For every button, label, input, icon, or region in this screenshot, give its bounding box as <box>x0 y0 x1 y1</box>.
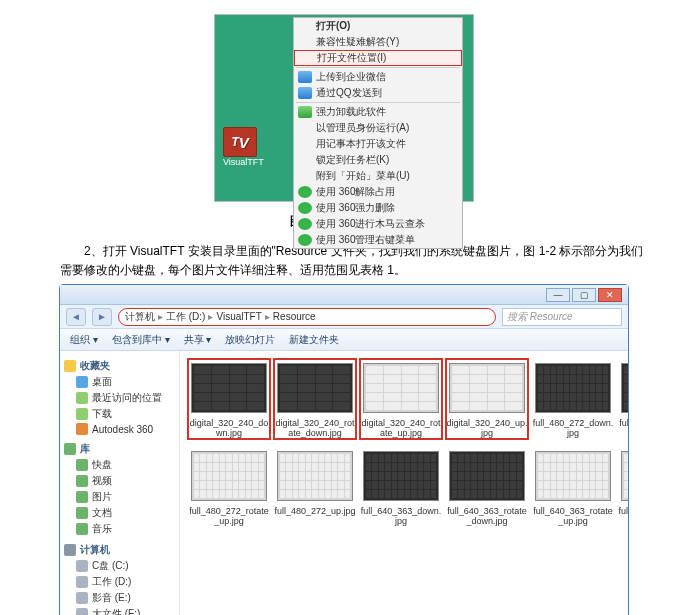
cmd-item[interactable]: 包含到库中 ▾ <box>112 333 170 347</box>
figure-2: — ▢ ✕ ◄ ► 计算机▸工作 (D:)▸VisualTFT▸Resource… <box>10 284 678 615</box>
file-name: full_480_272_down.jpg <box>532 419 614 439</box>
cmd-item[interactable]: 放映幻灯片 <box>225 333 275 347</box>
file-name: digital_320_240_rotate_down.jpg <box>274 419 356 439</box>
menu-item[interactable]: 使用 360进行木马云查杀 <box>294 216 462 232</box>
menu-item[interactable]: 附到「开始」菜单(U) <box>294 168 462 184</box>
menu-item[interactable]: 通过QQ发送到 <box>294 85 462 101</box>
nav-item[interactable]: 大文件 (F:) <box>62 606 177 615</box>
menu-item[interactable]: 锁定到任务栏(K) <box>294 152 462 168</box>
menu-item[interactable]: 兼容性疑难解答(Y) <box>294 34 462 50</box>
file-name: full_640_363_rotate_up.jpg <box>532 507 614 527</box>
items-pane: digital_320_240_down.jpgdigital_320_240_… <box>180 351 628 615</box>
file-thumbnail[interactable]: full_480_272_up.jpg <box>274 447 356 527</box>
title-bar: — ▢ ✕ <box>60 285 628 305</box>
file-name: digital_320_240_up.jpg <box>446 419 528 439</box>
address-bar: ◄ ► 计算机▸工作 (D:)▸VisualTFT▸Resource 搜索 Re… <box>60 305 628 329</box>
context-menu: 打开(O)兼容性疑难解答(Y)打开文件位置(I)上传到企业微信通过QQ发送到强力… <box>293 17 463 249</box>
nav-group[interactable]: 收藏夹 <box>62 358 177 374</box>
navigation-pane: 收藏夹桌面最近访问的位置下载Autodesk 360库快盘视频图片文档音乐计算机… <box>60 351 180 615</box>
menu-item[interactable]: 打开(O) <box>294 18 462 34</box>
file-name: digital_320_240_down.jpg <box>188 419 270 439</box>
file-thumbnail[interactable]: full_480_272_rotate_up.jpg <box>188 447 270 527</box>
file-thumbnail[interactable]: full_640_363_rotate_down.jpg <box>446 447 528 527</box>
figure-1: TV VisualTFT 打开(O)兼容性疑难解答(Y)打开文件位置(I)上传到… <box>10 14 678 205</box>
file-name: full_640_363_rotate_down.jpg <box>446 507 528 527</box>
menu-item[interactable]: 使用 360解除占用 <box>294 184 462 200</box>
files-row-2: full_480_272_rotate_up.jpgfull_480_272_u… <box>188 447 628 527</box>
nav-item[interactable]: C盘 (C:) <box>62 558 177 574</box>
file-thumbnail[interactable]: full_480_272_down.jpg <box>532 359 614 439</box>
crumb[interactable]: VisualTFT <box>216 311 261 322</box>
close-button[interactable]: ✕ <box>598 288 622 302</box>
nav-group[interactable]: 库 <box>62 441 177 457</box>
desktop-shortcut: TV VisualTFT <box>223 127 259 171</box>
file-name: full_480_272_rotate_down.jpg <box>618 419 628 439</box>
command-bar: 组织 ▾包含到库中 ▾共享 ▾放映幻灯片新建文件夹 <box>60 329 628 351</box>
nav-item[interactable]: Autodesk 360 <box>62 422 177 436</box>
cmd-item[interactable]: 共享 ▾ <box>184 333 212 347</box>
file-thumbnail[interactable]: full_640_363_rotate_up.jpg <box>532 447 614 527</box>
file-thumbnail[interactable]: digital_320_240_rotate_down.jpg <box>274 359 356 439</box>
menu-item[interactable]: 强力卸载此软件 <box>294 104 462 120</box>
minimize-button[interactable]: — <box>546 288 570 302</box>
explorer-window: — ▢ ✕ ◄ ► 计算机▸工作 (D:)▸VisualTFT▸Resource… <box>59 284 629 615</box>
menu-item[interactable]: 打开文件位置(I) <box>294 50 462 66</box>
nav-item[interactable]: 图片 <box>62 489 177 505</box>
maximize-button[interactable]: ▢ <box>572 288 596 302</box>
nav-item[interactable]: 影音 (E:) <box>62 590 177 606</box>
visualtft-icon: TV <box>223 127 257 157</box>
menu-item[interactable]: 以管理员身份运行(A) <box>294 120 462 136</box>
file-thumbnail[interactable]: digital_320_240_up.jpg <box>446 359 528 439</box>
nav-item[interactable]: 下载 <box>62 406 177 422</box>
desktop-shortcut-label: VisualTFT <box>223 157 264 167</box>
context-menu-screenshot: TV VisualTFT 打开(O)兼容性疑难解答(Y)打开文件位置(I)上传到… <box>214 14 474 202</box>
nav-item[interactable]: 最近访问的位置 <box>62 390 177 406</box>
nav-item[interactable]: 快盘 <box>62 457 177 473</box>
file-thumbnail[interactable]: digital_320_240_rotate_up.jpg <box>360 359 442 439</box>
menu-item[interactable]: 使用 360管理右键菜单 <box>294 232 462 248</box>
crumb[interactable]: 计算机 <box>125 310 155 324</box>
nav-item[interactable]: 音乐 <box>62 521 177 537</box>
menu-item[interactable]: 用记事本打开该文件 <box>294 136 462 152</box>
file-name: full_480_272_up.jpg <box>274 507 356 527</box>
file-thumbnail[interactable]: digital_320_240_down.jpg <box>188 359 270 439</box>
file-name: full_640_363_down.jpg <box>360 507 442 527</box>
files-row-1: digital_320_240_down.jpgdigital_320_240_… <box>188 359 628 439</box>
file-thumbnail[interactable]: full_480_272_rotate_down.jpg <box>618 359 628 439</box>
file-thumbnail[interactable]: full_640_363_down.jpg <box>360 447 442 527</box>
forward-button[interactable]: ► <box>92 308 112 326</box>
nav-item[interactable]: 视频 <box>62 473 177 489</box>
back-button[interactable]: ◄ <box>66 308 86 326</box>
menu-item[interactable]: 使用 360强力删除 <box>294 200 462 216</box>
nav-item[interactable]: 工作 (D:) <box>62 574 177 590</box>
file-name: digital_320_240_rotate_up.jpg <box>360 419 442 439</box>
crumb[interactable]: 工作 (D:) <box>166 310 205 324</box>
file-name: full_640_363_up.jpg <box>618 507 628 527</box>
nav-item[interactable]: 文档 <box>62 505 177 521</box>
cmd-item[interactable]: 组织 ▾ <box>70 333 98 347</box>
file-name: full_480_272_rotate_up.jpg <box>188 507 270 527</box>
menu-item[interactable]: 上传到企业微信 <box>294 69 462 85</box>
file-thumbnail[interactable]: full_640_363_up.jpg <box>618 447 628 527</box>
search-input[interactable]: 搜索 Resource <box>502 308 622 326</box>
nav-item[interactable]: 桌面 <box>62 374 177 390</box>
cmd-item[interactable]: 新建文件夹 <box>289 333 339 347</box>
crumb[interactable]: Resource <box>273 311 316 322</box>
nav-group[interactable]: 计算机 <box>62 542 177 558</box>
breadcrumb[interactable]: 计算机▸工作 (D:)▸VisualTFT▸Resource <box>118 308 496 326</box>
